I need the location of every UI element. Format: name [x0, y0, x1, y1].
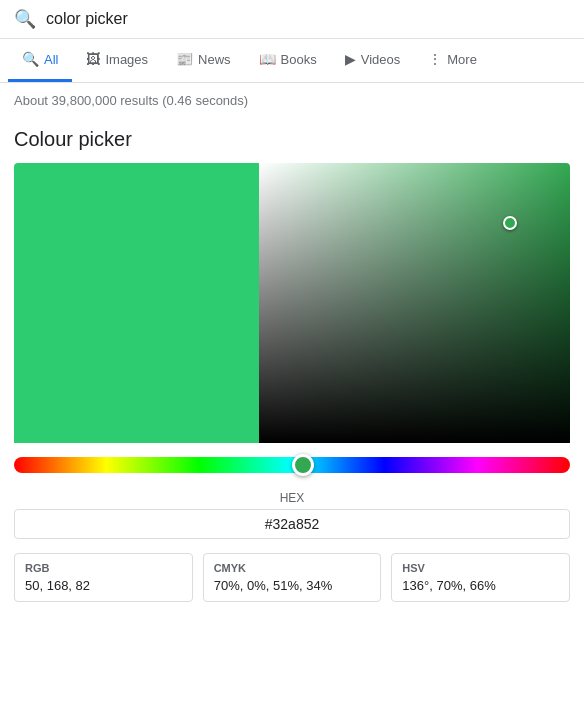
hue-thumb: [292, 454, 314, 476]
search-bar: 🔍 color picker: [0, 0, 584, 39]
color-solid-preview: [14, 163, 259, 443]
books-icon: 📖: [259, 51, 276, 67]
tab-all-label: All: [44, 52, 58, 67]
videos-icon: ▶: [345, 51, 356, 67]
images-icon: 🖼: [86, 51, 100, 67]
tab-books-label: Books: [281, 52, 317, 67]
cmyk-label: CMYK: [214, 562, 371, 574]
hex-input[interactable]: [27, 516, 557, 532]
tab-news[interactable]: 📰 News: [162, 39, 245, 82]
hsv-box[interactable]: HSV 136°, 70%, 66%: [391, 553, 570, 602]
hex-label: HEX: [14, 491, 570, 505]
cmyk-value: 70%, 0%, 51%, 34%: [214, 578, 371, 593]
rgb-box[interactable]: RGB 50, 168, 82: [14, 553, 193, 602]
color-display[interactable]: [14, 163, 570, 443]
tab-books[interactable]: 📖 Books: [245, 39, 331, 82]
tab-all[interactable]: 🔍 All: [8, 39, 72, 82]
hsv-value: 136°, 70%, 66%: [402, 578, 559, 593]
cmyk-box[interactable]: CMYK 70%, 0%, 51%, 34%: [203, 553, 382, 602]
color-values: RGB 50, 168, 82 CMYK 70%, 0%, 51%, 34% H…: [14, 553, 570, 602]
tab-images-label: Images: [105, 52, 148, 67]
colour-picker-section: Colour picker HEX RGB 50, 168, 82 CM: [0, 118, 584, 616]
rgb-value: 50, 168, 82: [25, 578, 182, 593]
tab-news-label: News: [198, 52, 231, 67]
tab-more-label: More: [447, 52, 477, 67]
search-query: color picker: [46, 10, 128, 28]
tab-videos[interactable]: ▶ Videos: [331, 39, 415, 82]
color-cursor: [503, 216, 517, 230]
tab-more[interactable]: ⋮ More: [414, 39, 491, 82]
results-text: About 39,800,000 results (0.46 seconds): [14, 93, 248, 108]
hue-slider-wrap: [14, 443, 570, 483]
hue-slider-track[interactable]: [14, 457, 570, 473]
results-info: About 39,800,000 results (0.46 seconds): [0, 83, 584, 118]
nav-tabs: 🔍 All 🖼 Images 📰 News 📖 Books ▶ Videos ⋮…: [0, 39, 584, 83]
tab-images[interactable]: 🖼 Images: [72, 39, 162, 82]
all-icon: 🔍: [22, 51, 39, 67]
colour-picker-title: Colour picker: [14, 118, 570, 163]
color-gradient-inner: [259, 163, 570, 443]
tab-videos-label: Videos: [361, 52, 401, 67]
search-icon: 🔍: [14, 8, 36, 30]
hsv-label: HSV: [402, 562, 559, 574]
hex-section: HEX: [14, 483, 570, 545]
rgb-label: RGB: [25, 562, 182, 574]
more-icon: ⋮: [428, 51, 442, 67]
news-icon: 📰: [176, 51, 193, 67]
color-gradient-picker[interactable]: [259, 163, 570, 443]
hex-input-wrap[interactable]: [14, 509, 570, 539]
gradient-dark-overlay: [259, 163, 570, 443]
